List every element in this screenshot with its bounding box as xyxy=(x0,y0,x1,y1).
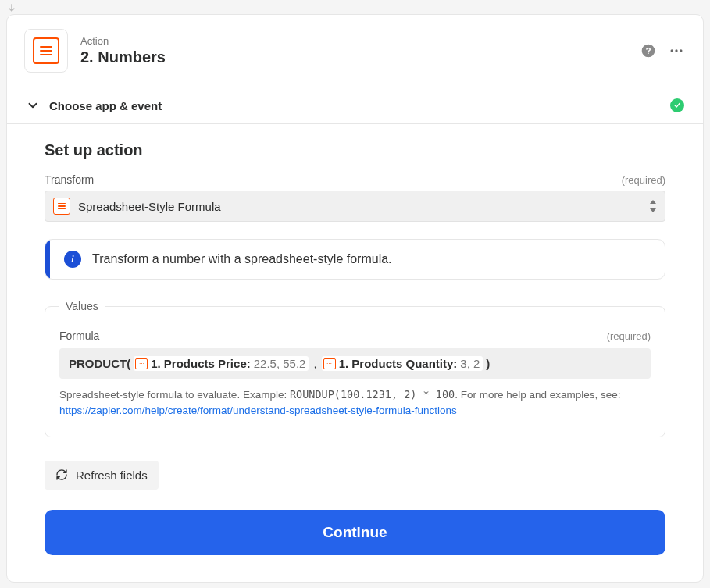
formula-comma: , xyxy=(312,357,318,370)
step-title: 2. Numbers xyxy=(80,48,628,66)
collapse-label: Choose app & event xyxy=(49,99,661,112)
refresh-label: Refresh fields xyxy=(76,469,148,482)
select-caret-icon xyxy=(649,200,657,212)
choose-app-event-section-header[interactable]: Choose app & event xyxy=(7,87,703,123)
refresh-fields-button[interactable]: Refresh fields xyxy=(45,461,159,490)
mapped-field-pill-products-price[interactable]: ⋯ 1. Products Price: 22.5, 55.2 xyxy=(134,356,309,371)
formatter-numbers-icon xyxy=(33,37,59,64)
transform-field-header: Transform (required) xyxy=(45,173,665,186)
formatter-mini-icon xyxy=(53,198,70,215)
transform-required: (required) xyxy=(622,174,665,186)
card-header: Action 2. Numbers ? xyxy=(7,15,703,87)
source-step-mini-icon: ⋯ xyxy=(135,358,148,369)
setup-action-body: Set up action Transform (required) Sprea… xyxy=(7,124,703,582)
refresh-icon xyxy=(55,469,68,481)
formula-fn-open: PRODUCT( xyxy=(69,357,130,370)
pill-value: 3, 2 xyxy=(460,357,480,370)
mapped-field-pill-products-quantity[interactable]: ⋯ 1. Products Quantity: 3, 2 xyxy=(322,356,483,371)
info-icon: i xyxy=(64,251,81,268)
app-icon xyxy=(24,29,68,73)
help-post: . For more help and examples, see: xyxy=(455,389,620,401)
help-icon[interactable]: ? xyxy=(640,43,656,59)
help-link[interactable]: https://zapier.com/help/create/format/un… xyxy=(59,404,457,416)
formula-label: Formula xyxy=(59,330,99,342)
action-step-card: Action 2. Numbers ? Choose app & event S… xyxy=(6,14,704,583)
info-callout: i Transform a number with a spreadsheet-… xyxy=(45,239,665,280)
pill-value: 22.5, 55.2 xyxy=(254,357,306,370)
transform-selected-value: Spreadsheet-Style Formula xyxy=(78,200,641,213)
header-text: Action 2. Numbers xyxy=(80,35,628,66)
formula-required: (required) xyxy=(607,330,651,342)
svg-text:?: ? xyxy=(645,45,651,55)
transform-select[interactable]: Spreadsheet-Style Formula xyxy=(45,191,665,222)
svg-point-3 xyxy=(675,49,677,52)
more-menu-icon[interactable] xyxy=(669,43,684,59)
svg-point-4 xyxy=(680,49,682,52)
formula-fn-close: ) xyxy=(486,357,490,370)
source-step-mini-icon: ⋯ xyxy=(323,358,336,369)
incoming-connector-arrow xyxy=(6,3,704,14)
step-type-label: Action xyxy=(80,35,628,47)
formula-help-text: Spreadsheet-style formula to evaluate. E… xyxy=(59,387,651,419)
section-complete-check-icon xyxy=(670,98,684,112)
help-pre: Spreadsheet-style formula to evaluate. E… xyxy=(59,389,290,401)
values-fieldset: Values Formula (required) PRODUCT( ⋯ 1. … xyxy=(45,300,665,437)
help-code: ROUNDUP(100.1231, 2) * 100 xyxy=(290,388,455,401)
formula-field-header: Formula (required) xyxy=(59,330,651,342)
transform-label: Transform xyxy=(45,173,94,186)
pill-label: 1. Products Quantity: xyxy=(339,357,458,370)
section-title: Set up action xyxy=(45,141,665,159)
continue-button[interactable]: Continue xyxy=(45,510,665,555)
formula-input[interactable]: PRODUCT( ⋯ 1. Products Price: 22.5, 55.2… xyxy=(59,348,651,379)
chevron-down-icon xyxy=(26,98,40,112)
svg-point-2 xyxy=(671,49,673,52)
pill-label: 1. Products Price: xyxy=(151,357,251,370)
values-legend: Values xyxy=(59,300,105,312)
info-text: Transform a number with a spreadsheet-st… xyxy=(92,252,392,266)
